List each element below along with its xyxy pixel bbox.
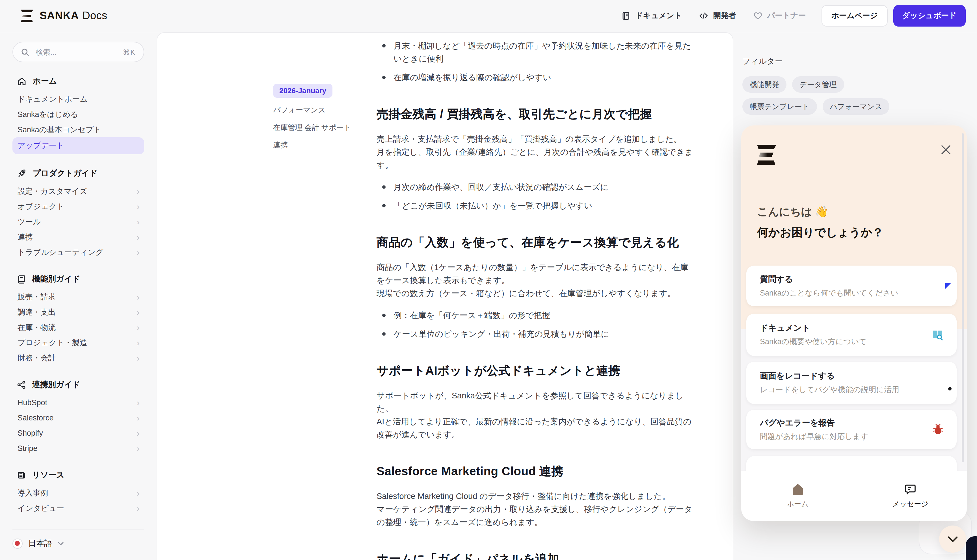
sidebar-item-integrations[interactable]: 連携› (12, 230, 144, 245)
date-badge[interactable]: 2026-January (273, 83, 332, 98)
chevron-down-icon (947, 535, 959, 543)
chevron-right-icon: › (137, 444, 140, 453)
intro-bullet-list: 月末・棚卸しなど「過去の時点の在庫」や予約状況を加味した未来の在庫を見たいときに… (377, 40, 694, 84)
sidebar-item-settings[interactable]: 設定・カスタマイズ› (12, 183, 144, 199)
section-paragraph: 商品の「入数（1ケースあたりの数量）」をテーブルに表示できるようになり、在庫をケ… (377, 261, 694, 300)
chat-tab-home[interactable]: ホーム (741, 471, 854, 521)
article-tags-row[interactable]: 在庫管理 会計 サポート (273, 123, 369, 133)
chevron-down-icon (58, 542, 64, 546)
dashboard-button[interactable]: ダッシュボード (893, 5, 966, 27)
app-window: SANKADocs ドキュメント 開発者 パートナー (0, 0, 977, 560)
filter-tag[interactable]: 機能開発 (742, 76, 787, 93)
filter-tag[interactable]: 帳票テンプレート (742, 98, 817, 115)
nav-partners[interactable]: パートナー (753, 11, 806, 21)
chat-scrollbar[interactable] (962, 133, 964, 462)
bullet-item: 月次の締め作業や、回収／支払い状況の確認がスムーズに (377, 181, 694, 194)
chat-card-report-bug[interactable]: バグやエラーを報告 問題があれば早急に対応します (747, 410, 957, 449)
book-icon (17, 274, 26, 284)
sidebar-item-shopify[interactable]: Shopify› (12, 425, 144, 441)
nav-developers-label: 開発者 (713, 11, 736, 21)
message-icon (904, 483, 917, 495)
sidebar-item-finance[interactable]: 財務・会計› (12, 350, 144, 366)
sidebar-item-troubleshooting[interactable]: トラブルシューティング› (12, 245, 144, 260)
support-chat-widget: こんにちは 👋 何かお困りでしょうか？ 質問する Sankaのことなら何でも聞い… (741, 125, 967, 521)
share-icon (17, 380, 26, 389)
filter-label: フィルター (742, 57, 892, 67)
docs-search-icon (931, 328, 944, 342)
chat-bottom-nav: ホーム メッセージ (741, 471, 967, 521)
filter-tag[interactable]: パフォーマンス (822, 98, 890, 115)
nav-developers[interactable]: 開発者 (699, 11, 736, 21)
chevron-right-icon: › (137, 413, 140, 422)
sidebar-item-concepts[interactable]: Sankaの基本コンセプト (12, 122, 144, 137)
sidebar-section-integration-guide: 連携別ガイド (12, 380, 144, 390)
sidebar-footer: 日本語 (12, 529, 144, 553)
homepage-button[interactable]: ホームページ (822, 5, 888, 27)
sidebar-section-product-guide: プロダクトガイド (12, 168, 144, 178)
sidebar-item-sales-billing[interactable]: 販売・請求› (12, 289, 144, 305)
chat-card-documents[interactable]: ドキュメント Sankaの概要や使い方について (747, 313, 957, 356)
bullet-item: ケース単位のピッキング・出荷・補充の見積もりが簡単に (377, 328, 694, 341)
japan-flag-icon (12, 538, 23, 549)
home-icon (17, 77, 27, 86)
document-icon (622, 11, 631, 20)
search-box[interactable]: ⌘K (12, 42, 144, 62)
sidebar-item-projects[interactable]: プロジェクト・製造› (12, 335, 144, 350)
sidebar-item-salesforce[interactable]: Salesforce› (12, 410, 144, 425)
section-paragraph: サポートボットが、Sanka公式ドキュメントを参照して回答できるようになりました… (377, 389, 694, 441)
newspaper-icon (17, 471, 26, 480)
bullet-item: 例：在庫を「何ケース＋端数」の形で把握 (377, 309, 694, 322)
sidebar-item-inventory[interactable]: 在庫・物流› (12, 320, 144, 335)
sanka-logo-icon (21, 9, 33, 23)
chevron-right-icon: › (137, 187, 140, 196)
chevron-right-icon: › (137, 323, 140, 332)
search-input[interactable] (35, 47, 118, 57)
sidebar-item-hubspot[interactable]: HubSpot› (12, 395, 144, 410)
article-tags-row[interactable]: パフォーマンス (273, 105, 369, 115)
section-heading: ホームに「ガイド」パネルを追加 (377, 550, 694, 560)
sidebar-section-feature-guide: 機能別ガイド (12, 274, 144, 284)
close-icon[interactable] (940, 143, 952, 156)
sidebar-section-resources: リソース (12, 470, 144, 480)
search-shortcut: ⌘K (123, 48, 136, 56)
filter-panel: フィルター 機能開発 データ管理 帳票テンプレート パフォーマンス (742, 57, 892, 115)
chevron-right-icon: › (137, 248, 140, 257)
chevron-right-icon: › (137, 233, 140, 242)
sidebar-item-stripe[interactable]: Stripe› (12, 441, 144, 456)
sidebar-item-procurement[interactable]: 調達・支出› (12, 305, 144, 320)
sidebar: ⌘K ホーム ドキュメントホーム Sankaをはじめる Sankaの基本コンセプ… (0, 32, 157, 560)
bullet-item: 在庫の増減を振り返る際の確認がしやすい (377, 71, 694, 84)
chevron-right-icon: › (137, 292, 140, 302)
sidebar-item-tools[interactable]: ツール› (12, 214, 144, 230)
section-paragraph: 売上請求・支払請求で「売掛金残高」「買掛残高」の表示タイプを追加しました。 月を… (377, 133, 694, 172)
chevron-right-icon: › (137, 338, 140, 347)
sidebar-item-get-started[interactable]: Sankaをはじめる (12, 107, 144, 122)
sidebar-item-objects[interactable]: オブジェクト› (12, 199, 144, 214)
rocket-icon (17, 169, 27, 178)
chat-tab-messages[interactable]: メッセージ (854, 471, 967, 521)
home-filled-icon (792, 483, 804, 495)
nav-documents[interactable]: ドキュメント (622, 11, 682, 21)
sidebar-item-interviews[interactable]: インタビュー› (12, 501, 144, 516)
search-icon (21, 48, 29, 56)
language-selector[interactable]: 日本語 (12, 538, 144, 553)
sidebar-item-case-studies[interactable]: 導入事例› (12, 485, 144, 501)
chat-greeting: こんにちは 👋 何かお困りでしょうか？ (757, 205, 884, 240)
nav-documents-label: ドキュメント (635, 11, 682, 21)
chat-card-ask-question[interactable]: 質問する Sankaのことなら何でも聞いてください (747, 266, 957, 306)
chat-card-record-screen[interactable]: 画面をレコードする レコードをしてバグや機能の説明に活用 (747, 362, 957, 404)
sanka-logo[interactable]: SANKADocs (21, 9, 107, 23)
section-heading: サポートAIボットが公式ドキュメントと連携 (377, 362, 694, 379)
section-heading: 商品の「入数」を使って、在庫をケース換算で見える化 (377, 234, 694, 251)
sidebar-item-docs-home[interactable]: ドキュメントホーム (12, 92, 144, 107)
nav-partners-label: パートナー (767, 11, 806, 21)
corner-element (966, 536, 977, 560)
filter-tag[interactable]: データ管理 (792, 76, 844, 93)
chevron-right-icon: › (137, 202, 140, 211)
language-label: 日本語 (28, 538, 52, 549)
chat-collapse-button[interactable] (939, 525, 966, 553)
sidebar-item-updates[interactable]: アップデート (12, 137, 144, 154)
article-tags-row[interactable]: 連携 (273, 140, 369, 150)
filter-tags: 機能開発 データ管理 帳票テンプレート パフォーマンス (742, 76, 892, 115)
bullet-item: 月末・棚卸しなど「過去の時点の在庫」や予約状況を加味した未来の在庫を見たいときに… (377, 40, 694, 65)
